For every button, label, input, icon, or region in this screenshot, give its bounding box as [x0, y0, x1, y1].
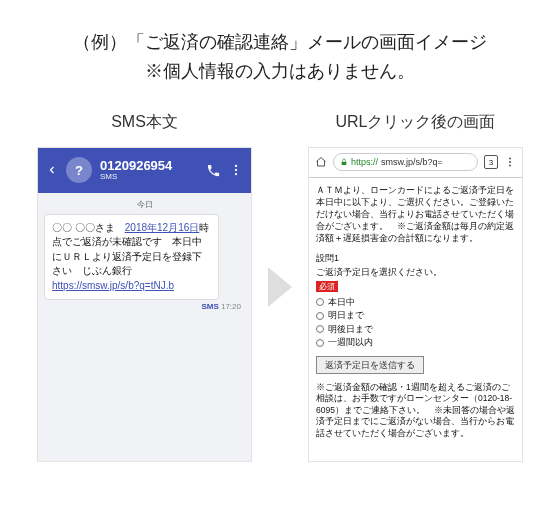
home-icon[interactable] — [315, 156, 327, 168]
sms-sub: SMS — [100, 173, 198, 182]
columns-row: SMS本文 ? 0120926954 SMS 今日 〇〇 〇〇さま 2018年1… — [24, 112, 536, 462]
sms-phone-number: 0120926954 — [100, 159, 198, 173]
svg-point-1 — [235, 169, 237, 171]
sms-title: 0120926954 SMS — [100, 159, 198, 182]
phone-icon[interactable] — [206, 163, 221, 178]
sms-time: SMS 17:20 — [44, 300, 245, 311]
option-label: 一週間以内 — [328, 336, 373, 350]
avatar-glyph: ? — [75, 163, 83, 178]
left-label: SMS本文 — [37, 112, 252, 133]
sms-header: ? 0120926954 SMS — [38, 148, 251, 193]
sms-phone: ? 0120926954 SMS 今日 〇〇 〇〇さま 2018年12月16日時… — [37, 147, 252, 462]
back-arrow-icon[interactable] — [46, 164, 58, 176]
url-bar[interactable]: https://smsw.jp/s/b?q= — [333, 153, 478, 171]
more-icon[interactable] — [229, 163, 243, 177]
radio-icon — [316, 312, 324, 320]
option-label: 明後日まで — [328, 323, 373, 337]
svg-rect-3 — [342, 162, 347, 165]
left-column: SMS本文 ? 0120926954 SMS 今日 〇〇 〇〇さま 2018年1… — [37, 112, 252, 462]
sms-today: 今日 — [44, 199, 245, 210]
heading-line2: ※個人情報の入力はありません。 — [24, 57, 536, 86]
browser-more-icon[interactable] — [504, 156, 516, 168]
intro-paragraph: ＡＴＭより、ローンカードによるご返済予定日を本日中に以下より、ご選択ください。ご… — [316, 184, 515, 245]
required-badge: 必須 — [316, 281, 338, 292]
svg-point-5 — [509, 161, 511, 163]
lock-icon — [340, 158, 348, 166]
question-number: 設問1 — [316, 252, 515, 264]
svg-point-2 — [235, 173, 237, 175]
sms-time-label: SMS — [201, 302, 218, 311]
avatar: ? — [66, 157, 92, 183]
option-label: 本日中 — [328, 296, 355, 310]
heading-line1: （例）「ご返済の確認連絡」メールの画面イメージ — [24, 28, 536, 57]
sms-body: 今日 〇〇 〇〇さま 2018年12月16日時点でご返済が未確認です 本日中にＵ… — [38, 193, 251, 461]
tab-count[interactable]: 3 — [484, 155, 498, 169]
svg-point-4 — [509, 158, 511, 160]
submit-button[interactable]: 返済予定日を送信する — [316, 356, 424, 374]
right-label: URLクリック後の画面 — [308, 112, 523, 133]
radio-icon — [316, 298, 324, 306]
sms-time-value: 17:20 — [221, 302, 241, 311]
sms-msg-pre: 〇〇 〇〇さま — [52, 222, 125, 233]
arrow-icon — [266, 263, 294, 311]
sms-bubble: 〇〇 〇〇さま 2018年12月16日時点でご返済が未確認です 本日中にＵＲＬよ… — [44, 214, 219, 301]
tab-count-value: 3 — [489, 158, 493, 167]
browser-header: https://smsw.jp/s/b?q= 3 — [309, 148, 522, 178]
svg-point-6 — [509, 165, 511, 167]
svg-point-0 — [235, 165, 237, 167]
footnote: ※ご返済金額の確認・1週間を超えるご返済のご相談は、お手数ですがローンセンター（… — [316, 382, 515, 439]
url-proto: https:// — [351, 157, 378, 167]
browser-body: ＡＴＭより、ローンカードによるご返済予定日を本日中に以下より、ご選択ください。ご… — [309, 178, 522, 445]
sms-msg-date: 2018年12月16日 — [125, 222, 200, 233]
browser-phone: https://smsw.jp/s/b?q= 3 ＡＴＭより、ローンカードによる… — [308, 147, 523, 462]
sms-link[interactable]: https://smsw.jp/s/b?q=tNJ.b — [52, 280, 174, 291]
radio-icon — [316, 339, 324, 347]
option[interactable]: 明日まで — [316, 309, 515, 323]
option-label: 明日まで — [328, 309, 364, 323]
option[interactable]: 本日中 — [316, 296, 515, 310]
right-column: URLクリック後の画面 https://smsw.jp/s/b?q= 3 ＡＴＭ… — [308, 112, 523, 462]
question-text: ご返済予定日を選択ください。 — [316, 266, 515, 278]
heading: （例）「ご返済の確認連絡」メールの画面イメージ ※個人情報の入力はありません。 — [24, 28, 536, 86]
option[interactable]: 一週間以内 — [316, 336, 515, 350]
options: 本日中 明日まで 明後日まで 一週間以内 — [316, 296, 515, 350]
url-rest: smsw.jp/s/b?q= — [381, 157, 443, 167]
option[interactable]: 明後日まで — [316, 323, 515, 337]
radio-icon — [316, 325, 324, 333]
